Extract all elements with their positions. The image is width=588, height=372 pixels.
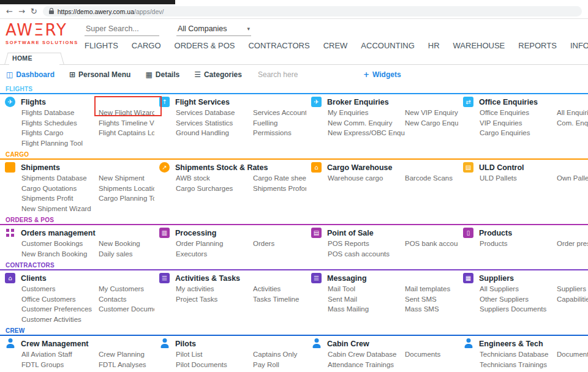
menu-link[interactable]: Cargo Enquiries (480, 128, 557, 138)
menu-link[interactable]: FDTL Analyses (99, 360, 154, 370)
menu-link[interactable]: Flight Captains Logs (99, 128, 154, 138)
menu-link[interactable]: Customer Documents (99, 304, 154, 314)
reload-icon[interactable]: ↻ (31, 7, 37, 15)
menu-link[interactable]: Crew StandBy (99, 370, 154, 372)
menu-link[interactable]: Other Suppliers (480, 294, 557, 305)
nav-item-info-rates[interactable]: INFO & RATES (570, 41, 588, 50)
menu-link[interactable]: Shipments Profit (21, 193, 99, 204)
menu-link[interactable]: Flight Planning Tool (21, 138, 99, 149)
group-title[interactable]: Suppliers (479, 274, 514, 283)
menu-link[interactable]: FDTL Planning (21, 370, 99, 372)
nav-item-accounting[interactable]: ACCOUNTING (361, 41, 414, 50)
menu-link[interactable]: Shipments Locations (99, 184, 154, 194)
menu-link[interactable]: Capabilities (557, 294, 588, 305)
menu-link[interactable]: Office Customers (21, 294, 99, 305)
menu-link[interactable]: AWB stock (176, 173, 253, 184)
menu-link[interactable]: Services Database (176, 108, 253, 118)
menu-link[interactable]: Attendance Trainings (328, 360, 405, 370)
menu-link[interactable]: POS Reports (328, 239, 405, 249)
group-title[interactable]: Shipments Stock & Rates (175, 163, 268, 172)
menu-link[interactable]: Project Tasks (176, 294, 253, 305)
menu-link[interactable]: Customer Activities (21, 314, 99, 325)
menu-link[interactable]: Products (480, 239, 557, 249)
menu-link[interactable]: Cabin Crew Database (328, 349, 405, 360)
menu-link[interactable]: New Express/OBC Enquiry (328, 128, 405, 138)
menu-link[interactable]: All Aviation Staff (21, 349, 99, 360)
menu-link[interactable]: Customer Preferences (21, 304, 99, 314)
menu-link[interactable]: Additional Payments (253, 370, 306, 372)
menu-link[interactable]: Orders (253, 239, 306, 249)
menu-link[interactable]: New Cargo Enquiry (405, 118, 458, 128)
menu-link[interactable]: Permissions (253, 128, 306, 138)
menu-link[interactable]: Warehouse cargo (328, 173, 405, 184)
company-selector[interactable]: All Companies ▾ (176, 23, 251, 36)
menu-link[interactable]: Cargo Rate sheets (253, 173, 306, 184)
group-title[interactable]: Cabin Crew (327, 340, 369, 348)
menu-link[interactable]: Pilot Documents (176, 360, 253, 370)
menu-link[interactable]: Flights Schedules (21, 118, 99, 128)
menu-link[interactable]: Customers (21, 284, 99, 294)
group-title[interactable]: Office Enquiries (479, 98, 538, 106)
group-title[interactable]: Flight Services (175, 98, 230, 106)
menu-link[interactable]: Tasks Timeline (253, 294, 306, 305)
menu-link[interactable]: Mail templates (405, 284, 458, 294)
menu-link[interactable]: Technicians Trainings (480, 360, 557, 370)
menu-link[interactable]: Suppliers (557, 284, 588, 294)
menu-link[interactable]: Cargo Planning Tool (99, 193, 154, 204)
menu-link[interactable]: Mass SMS (405, 304, 458, 314)
group-title[interactable]: Messaging (327, 274, 367, 283)
menu-link[interactable]: My Enquiries (328, 108, 405, 118)
menu-link[interactable]: POS cash accounts (328, 249, 405, 259)
menu-link[interactable]: Customer Bookings (21, 239, 99, 249)
menu-link[interactable]: Mass Mailing (328, 304, 405, 314)
widget-search-input[interactable] (257, 70, 325, 80)
menu-link[interactable]: Technicians Database (480, 349, 557, 360)
menu-link[interactable]: Fuelling (253, 118, 306, 128)
nav-item-orders-pos[interactable]: ORDERS & POS (175, 41, 235, 50)
menu-link[interactable]: POS bank accounts (405, 239, 458, 249)
nav-item-crew[interactable]: CREW (323, 41, 348, 50)
group-title[interactable]: Flights (21, 98, 46, 106)
group-title[interactable]: Shipments (21, 163, 60, 172)
group-title[interactable]: Products (479, 229, 512, 237)
super-search-input[interactable] (85, 23, 159, 36)
nav-item-flights[interactable]: FLIGHTS (85, 41, 118, 50)
menu-link[interactable]: All Enquiries (557, 108, 588, 118)
categories-button[interactable]: ☰Categories (194, 70, 242, 79)
group-title[interactable]: ULD Control (479, 163, 524, 172)
group-title[interactable]: Broker Enquiries (327, 98, 389, 106)
group-title[interactable]: Crew Management (21, 340, 88, 348)
group-title[interactable]: Pilots (175, 340, 196, 348)
dashboard-button[interactable]: ◫Dashboard (6, 70, 55, 79)
menu-link[interactable]: Barcode Scans (405, 173, 458, 184)
menu-link[interactable]: New Shipment (99, 173, 154, 184)
menu-link[interactable]: Pay Roll (253, 360, 306, 370)
group-title[interactable]: Cargo Warehouse (327, 163, 393, 172)
menu-link[interactable]: FDTL Groups (21, 360, 99, 370)
menu-link[interactable]: Documents (405, 349, 458, 360)
details-button[interactable]: ▦Details (145, 70, 179, 79)
forward-icon[interactable]: → (18, 7, 25, 15)
menu-link[interactable]: ULD Pallets (480, 173, 557, 184)
group-title[interactable]: Point of Sale (327, 229, 374, 237)
menu-link[interactable]: New Comm. Enquiry (328, 118, 405, 128)
menu-link[interactable]: Order presets (557, 239, 588, 249)
back-icon[interactable]: ← (6, 7, 13, 15)
nav-item-hr[interactable]: HR (428, 41, 440, 50)
group-title[interactable]: Activities & Tasks (175, 274, 240, 283)
menu-link[interactable]: New VIP Enquiry (405, 108, 458, 118)
group-title[interactable]: Orders management (21, 229, 96, 237)
menu-link[interactable]: Activities (253, 284, 306, 294)
nav-item-warehouse[interactable]: WAREHOUSE (453, 41, 505, 50)
menu-link[interactable]: My Customers (99, 284, 154, 294)
menu-link[interactable]: Executors (176, 249, 253, 259)
menu-link[interactable]: New Booking (99, 239, 154, 249)
group-title[interactable]: Processing (175, 229, 216, 237)
menu-link[interactable]: Mail Tool (328, 284, 405, 294)
menu-link-new-flight-wizard[interactable]: New Flight Wizard (99, 108, 154, 118)
menu-link[interactable]: Services Accounting (253, 108, 306, 118)
menu-link[interactable]: Order Planning (176, 239, 253, 249)
address-bar[interactable]: https://demo.awery.com.ua/apps/dev/ (43, 6, 582, 17)
menu-link[interactable]: Shipments Database (21, 173, 99, 184)
menu-link[interactable]: My activities (176, 284, 253, 294)
